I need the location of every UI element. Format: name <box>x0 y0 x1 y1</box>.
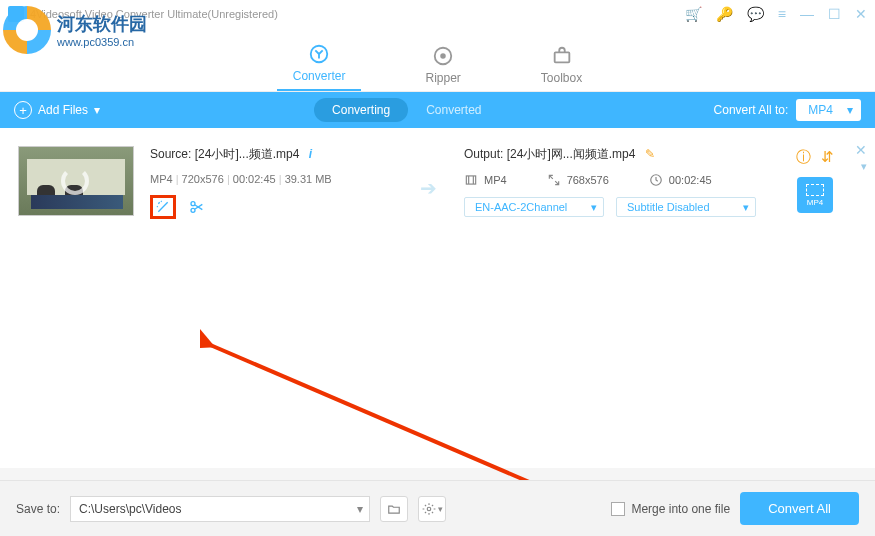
gear-icon <box>422 502 436 516</box>
compress-icon[interactable]: ⇵ <box>821 148 834 167</box>
convert-all-to-label: Convert All to: <box>714 103 789 117</box>
convert-all-button[interactable]: Convert All <box>740 492 859 525</box>
source-label: Source: [24小时]...频道.mp4 i <box>150 146 392 163</box>
cart-icon[interactable]: 🛒 <box>685 6 702 22</box>
ripper-icon <box>432 45 454 67</box>
converting-tab[interactable]: Converting <box>314 98 408 122</box>
magic-wand-icon <box>155 199 171 215</box>
top-nav: Converter Ripper Toolbox <box>0 28 875 92</box>
output-format-select[interactable]: MP4 <box>796 99 861 121</box>
svg-point-5 <box>191 208 195 212</box>
clock-icon <box>649 173 663 187</box>
info-icon[interactable]: i <box>309 147 312 161</box>
file-item: Source: [24小时]...频道.mp4 i MP4 720x576 00… <box>18 146 845 219</box>
svg-rect-3 <box>554 52 569 62</box>
tab-ripper[interactable]: Ripper <box>409 39 476 91</box>
titlebar: 4Videosoft Video Converter Ultimate(Unre… <box>0 0 875 28</box>
chevron-down-icon: ▾ <box>438 504 443 514</box>
source-format: MP4 <box>150 173 182 185</box>
save-to-label: Save to: <box>16 502 60 516</box>
rename-icon[interactable]: ✎ <box>645 147 655 161</box>
add-files-button[interactable]: + Add Files ▾ <box>14 101 100 119</box>
tab-ripper-label: Ripper <box>425 71 460 85</box>
output-format: MP4 <box>484 174 507 186</box>
scissors-icon <box>189 199 205 215</box>
item-close-icon[interactable]: ✕ <box>855 142 867 158</box>
maximize-icon[interactable]: ☐ <box>828 6 841 22</box>
folder-icon <box>387 502 401 516</box>
content-area: ✕ ▾ Source: [24小时]...频道.mp4 i MP4 720x57… <box>0 128 875 468</box>
preset-label: MP4 <box>807 198 823 207</box>
checkbox-icon <box>611 502 625 516</box>
svg-point-2 <box>441 54 445 58</box>
resize-icon <box>547 173 561 187</box>
bottombar: Save to: C:\Users\pc\Videos ▾ Merge into… <box>0 480 875 536</box>
svg-point-9 <box>427 507 431 511</box>
edit-button[interactable] <box>150 195 176 219</box>
key-icon[interactable]: 🔑 <box>716 6 733 22</box>
tab-toolbox[interactable]: Toolbox <box>525 39 598 91</box>
svg-rect-6 <box>466 176 475 184</box>
converted-tab[interactable]: Converted <box>408 98 499 122</box>
source-size: 39.31 MB <box>285 173 332 185</box>
toolbox-icon <box>551 45 573 67</box>
merge-checkbox[interactable]: Merge into one file <box>611 502 730 516</box>
source-filename: [24小时]...频道.mp4 <box>195 147 300 161</box>
open-folder-button[interactable] <box>380 496 408 522</box>
source-meta: MP4 720x576 00:02:45 39.31 MB <box>150 173 392 185</box>
source-duration: 00:02:45 <box>233 173 285 185</box>
add-files-label: Add Files <box>38 103 88 117</box>
subtitle-select[interactable]: Subtitle Disabled <box>616 197 756 217</box>
info2-icon[interactable]: ⓘ <box>796 148 811 167</box>
minimize-icon[interactable]: — <box>800 6 814 22</box>
converter-icon <box>308 43 330 65</box>
trim-button[interactable] <box>184 195 210 219</box>
svg-point-4 <box>191 202 195 206</box>
window-title: 4Videosoft Video Converter Ultimate(Unre… <box>30 8 278 20</box>
save-path-select[interactable]: C:\Users\pc\Videos <box>70 496 370 522</box>
preset-button[interactable]: MP4 <box>797 177 833 213</box>
output-duration: 00:02:45 <box>669 174 712 186</box>
feedback-icon[interactable]: 💬 <box>747 6 764 22</box>
tab-converter[interactable]: Converter <box>277 37 362 91</box>
item-collapse-icon[interactable]: ▾ <box>861 160 867 173</box>
source-resolution: 720x576 <box>182 173 233 185</box>
output-filename: [24小时]网...闻频道.mp4 <box>507 147 636 161</box>
toolbar: + Add Files ▾ Converting Converted Conve… <box>0 92 875 128</box>
settings-button[interactable]: ▾ <box>418 496 446 522</box>
arrow-icon: ➔ <box>408 146 448 200</box>
merge-label: Merge into one file <box>631 502 730 516</box>
tab-toolbox-label: Toolbox <box>541 71 582 85</box>
audio-select[interactable]: EN-AAC-2Channel <box>464 197 604 217</box>
app-icon <box>8 6 24 22</box>
output-label: Output: [24小时]网...闻频道.mp4 ✎ <box>464 146 769 163</box>
film-icon <box>464 173 478 187</box>
thumbnail[interactable] <box>18 146 134 216</box>
close-icon[interactable]: ✕ <box>855 6 867 22</box>
plus-icon: + <box>14 101 32 119</box>
menu-icon[interactable]: ≡ <box>778 6 786 22</box>
tab-converter-label: Converter <box>293 69 346 83</box>
output-resolution: 768x576 <box>567 174 609 186</box>
